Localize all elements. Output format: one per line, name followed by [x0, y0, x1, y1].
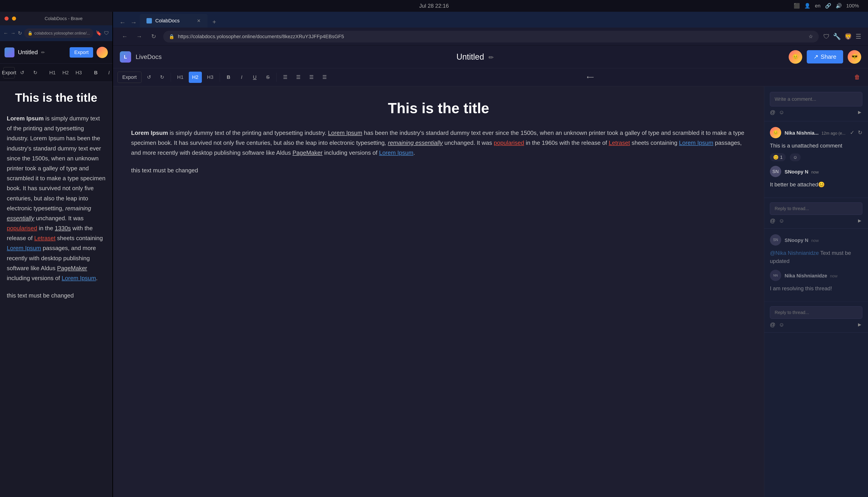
bookmark-icon-left[interactable]: 🔖	[96, 30, 102, 36]
new-tab-btn[interactable]: +	[209, 16, 220, 28]
forward-icon-left[interactable]: →	[11, 30, 16, 36]
shield-icon[interactable]: 🛡	[823, 33, 829, 40]
left-bold-btn[interactable]: B	[90, 67, 101, 79]
left-changed-text: this text must be changed	[7, 292, 106, 299]
at-icon[interactable]: @	[770, 109, 775, 115]
main-editor[interactable]: This is the title Lorem Ipsum is simply …	[113, 86, 764, 497]
thread-2-text: @Nika Nishnianidze Text must be updated	[770, 249, 862, 265]
reply-emoji-icon[interactable]: ☺	[779, 217, 784, 224]
menu-btn[interactable]: ☰	[856, 33, 861, 40]
right-redo-btn[interactable]: ↻	[156, 72, 168, 83]
back-icon-left[interactable]: ←	[3, 30, 8, 36]
app-name: LiveDocs	[136, 53, 162, 60]
emoji-count: 1	[780, 155, 783, 160]
left-h1-btn[interactable]: H1	[47, 67, 58, 79]
thread-2-subreply-text: I am resolving this thread!	[770, 284, 862, 293]
thread-2-avatar: SN	[770, 234, 781, 245]
thread-1-avatar: 😊	[770, 127, 781, 138]
thread-2-author-info: SNoopy N now	[785, 236, 819, 243]
brave-icon[interactable]: 🦁	[844, 33, 852, 40]
left-h2-btn[interactable]: H2	[60, 67, 71, 79]
reload-btn[interactable]: ↻	[149, 32, 159, 42]
comment-send-btn[interactable]: ►	[857, 109, 862, 115]
right-italic-btn[interactable]: I	[236, 72, 247, 83]
reply-at-icon-2[interactable]: @	[770, 322, 775, 328]
left-popularised: popularised	[7, 225, 37, 231]
right-lorem-underline: Lorem Ipsum	[328, 129, 362, 136]
reply-at-icon[interactable]: @	[770, 217, 775, 224]
star-icon[interactable]: ☆	[809, 34, 813, 40]
lock-icon: 🔒	[169, 34, 174, 39]
right-lorem-bold: Lorem Ipsum	[131, 129, 168, 136]
left-export-toolbar-btn[interactable]: Export	[3, 67, 15, 79]
user-avatar-header[interactable]: 😊	[789, 50, 802, 64]
left-doc-body: Lorem Ipsum is simply dummy text of the …	[7, 113, 106, 283]
right-align-center-btn[interactable]: ☰	[293, 72, 304, 83]
right-active-tab[interactable]: ColabDocs ✕	[140, 14, 208, 28]
thread-1-reply-author-info: SNoopy N now	[785, 168, 819, 175]
right-tab-close[interactable]: ✕	[197, 18, 201, 24]
right-forward-btn[interactable]: →	[129, 18, 139, 28]
left-letraset: Letraset	[34, 235, 55, 241]
extensions-icon[interactable]: 🔧	[833, 33, 841, 40]
left-user-avatar[interactable]	[97, 47, 108, 58]
reply-emoji-icon-2[interactable]: ☺	[779, 322, 784, 328]
thread-1-reply-text: It better be attached😊	[770, 181, 862, 189]
left-undo-btn[interactable]: ↺	[16, 67, 28, 79]
right-trash-btn[interactable]: 🗑	[851, 72, 864, 83]
left-editor-content[interactable]: This is the title Lorem Ipsum is simply …	[0, 82, 112, 497]
share-icon: ↗	[813, 53, 818, 60]
thread-2-mention: @Nika Nishnianidze	[770, 250, 819, 256]
refresh-icon[interactable]: ↻	[858, 129, 862, 136]
reload-icon-left[interactable]: ↻	[18, 30, 22, 36]
emoji-icon[interactable]: ☺	[779, 109, 784, 115]
left-export-button[interactable]: Export	[70, 47, 93, 58]
right-align-justify-btn[interactable]: ☰	[319, 72, 330, 83]
left-toolbar: Export ↺ ↻ H1 H2 H3 B I U S ☰ ☰ ☰ ☰ 🗑	[0, 64, 112, 82]
reply-send-btn-2[interactable]: ►	[857, 322, 862, 328]
share-label: Share	[821, 53, 836, 60]
current-user-avatar[interactable]: 😎	[848, 50, 861, 64]
shield-icon-left[interactable]: 🛡	[104, 30, 109, 36]
url-field-left[interactable]: 🔒 colabdocs.yolosopher.online/...	[24, 28, 93, 38]
window-close-btn[interactable]	[4, 16, 9, 20]
left-lorem-ipsum-link: Lorem Ipsum	[7, 245, 41, 252]
right-align-right-btn[interactable]: ☰	[306, 72, 317, 83]
left-h3-btn[interactable]: H3	[73, 67, 84, 79]
left-italic-text: remaining essentially	[7, 205, 91, 222]
doc-area: This is the title Lorem Ipsum is simply …	[113, 86, 868, 497]
reply-send-btn-1[interactable]: ►	[857, 217, 862, 224]
thread-1-add-emoji[interactable]: ☺	[790, 153, 801, 161]
right-h2-btn[interactable]: H2	[189, 72, 202, 83]
right-underline-btn[interactable]: U	[249, 72, 261, 83]
forward-btn[interactable]: →	[134, 32, 144, 42]
doc-title-edit-icon[interactable]: ✏	[489, 54, 494, 61]
network-icon: 🔗	[825, 3, 831, 9]
thread-1-reply: SN SNoopy N now It better be attached😊	[770, 166, 862, 189]
right-export-btn[interactable]: Export	[117, 72, 141, 83]
right-strikethrough-btn[interactable]: S	[262, 72, 274, 83]
reply-input-2[interactable]	[770, 306, 862, 319]
left-redo-btn[interactable]: ↻	[30, 67, 41, 79]
left-doc-edit-icon[interactable]: ✏	[41, 50, 45, 55]
check-icon[interactable]: ✓	[850, 129, 854, 136]
comment-thread-2: SN SNoopy N now @Nika Nishnianidze Text …	[764, 229, 868, 302]
right-bold-btn[interactable]: B	[223, 72, 234, 83]
right-h3-btn[interactable]: H3	[204, 72, 217, 83]
share-button[interactable]: ↗ Share	[807, 50, 843, 63]
right-align-left-btn[interactable]: ☰	[280, 72, 291, 83]
thread-1-emoji[interactable]: 😊 1	[770, 153, 786, 161]
right-undo-btn[interactable]: ↺	[143, 72, 155, 83]
right-h1-btn[interactable]: H1	[174, 72, 187, 83]
back-btn[interactable]: ←	[120, 32, 130, 42]
comment-write-input[interactable]	[770, 92, 862, 106]
url-field[interactable]: 🔒 https://colabdocs.yolosopher.online/do…	[163, 31, 819, 42]
window-minimize-btn[interactable]	[12, 16, 16, 20]
right-back-btn[interactable]: ←	[117, 18, 127, 28]
reply-footer-1: @ ☺ ►	[770, 217, 862, 224]
left-doc-title: Untitled	[18, 49, 38, 56]
right-format-btn[interactable]: ⟵	[584, 72, 598, 83]
left-body-text: is simply dummy text of the printing and…	[7, 115, 105, 282]
reply-input-1[interactable]	[770, 202, 862, 215]
url-lock-icon: 🔒	[28, 31, 32, 36]
